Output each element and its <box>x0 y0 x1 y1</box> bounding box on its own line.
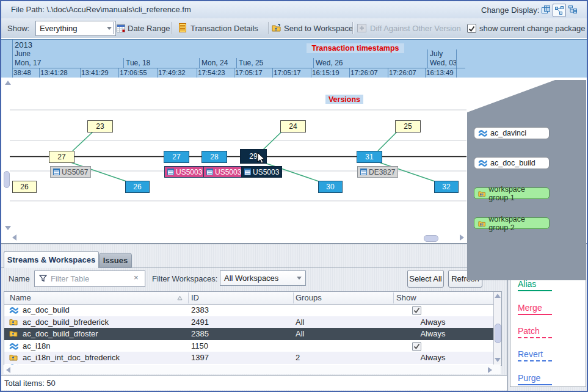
sidebar-stream-item[interactable]: ac_doc_build <box>474 157 550 169</box>
change-package-checkbox[interactable] <box>467 24 476 33</box>
transaction-details-button[interactable]: Transaction Details <box>191 24 258 33</box>
status-bar: Total items: 50 <box>1 375 507 390</box>
display-mode-stream-tree-button[interactable] <box>567 4 579 16</box>
stream-icon <box>9 307 18 314</box>
version-graph-icon <box>554 5 564 15</box>
table-row[interactable]: ac_i18n_int_doc_bfrederick 1397 2 Always <box>4 352 493 364</box>
vertical-scrollbar-thumb[interactable] <box>4 171 10 188</box>
column-header-name[interactable]: Name <box>10 293 31 302</box>
table-row-selected[interactable]: ac_doc_build_dfoster 2385 All Always <box>4 328 493 340</box>
sidebar-workspace-group-item[interactable]: workspace group 1 <box>474 187 550 199</box>
timeline-band: 2013 Transaction timestamps June July Mo… <box>1 39 587 79</box>
issue-icon <box>244 169 251 175</box>
scrollbar-thumb[interactable] <box>495 324 501 343</box>
send-to-workspace-button[interactable]: Send to Workspace <box>284 24 353 33</box>
cell-show: Always <box>396 318 470 327</box>
filter-table-input[interactable] <box>49 272 131 285</box>
version-node[interactable]: 23 <box>87 120 113 132</box>
filter-table-inputbox: × <box>34 270 145 287</box>
cell-name: ac_i18n_int_doc_bfrederick <box>23 353 120 362</box>
legend-patch-line <box>518 337 552 338</box>
column-header-show[interactable]: Show <box>396 293 416 302</box>
cell-name: ac_doc_build <box>23 305 70 314</box>
table-horizontal-scrollbar[interactable] <box>4 365 501 374</box>
version-node[interactable]: 24 <box>280 120 306 132</box>
cell-id: 2385 <box>191 329 209 338</box>
cell-id: 1150 <box>191 341 208 350</box>
timeline-day: Tue, 25 <box>239 59 263 67</box>
change-display-label: Change Display: <box>481 5 539 15</box>
show-filter-dropdown[interactable]: Everything <box>35 21 116 36</box>
table-vertical-scrollbar[interactable] <box>493 292 502 365</box>
horizontal-scrollbar-thumb[interactable] <box>424 235 438 242</box>
timeline-time: 17:05:17 <box>235 69 263 76</box>
version-node[interactable]: 31 <box>357 151 382 163</box>
timeline-rule <box>12 68 465 68</box>
timeline-time: 16:13:49 <box>426 69 454 76</box>
chevron-down-icon <box>297 277 302 280</box>
legend-merge-line <box>518 314 552 315</box>
scroll-right-arrow[interactable] <box>460 234 464 241</box>
show-checked-icon[interactable] <box>412 306 421 315</box>
timeline-day: Wed, 26 <box>316 59 343 67</box>
version-node[interactable]: 25 <box>395 120 421 132</box>
toolbar-separator <box>113 22 114 34</box>
column-header-groups[interactable]: Groups <box>296 293 322 302</box>
legend-purge-line <box>518 384 552 385</box>
stream-icon <box>478 159 487 167</box>
table-row[interactable]: ac_doc_build 2383 <box>4 304 493 316</box>
workspaces-filter-dropdown[interactable]: All Workspaces <box>220 270 306 286</box>
stream-icon <box>9 343 18 350</box>
issue-tag[interactable]: DE3827 <box>357 166 398 178</box>
stream-tree-icon <box>568 5 578 15</box>
display-mode-version-graph-button[interactable] <box>553 4 566 17</box>
scroll-right-arrow[interactable] <box>488 367 492 373</box>
clear-filter-icon[interactable]: × <box>134 273 139 282</box>
transaction-details-icon <box>179 23 186 32</box>
workspace-icon <box>9 354 18 361</box>
timeline-time: 38:48 <box>13 69 31 76</box>
scroll-down-arrow[interactable] <box>5 226 11 230</box>
issue-tag[interactable]: US5003 <box>241 166 282 178</box>
version-node[interactable]: 32 <box>434 181 459 193</box>
table-row[interactable]: ac_doc_build_bfrederick 2491 All Always <box>4 316 493 328</box>
stream-sidebar: ac_davinci ac_doc_build workspace group … <box>467 80 586 280</box>
scroll-left-arrow[interactable] <box>6 367 10 373</box>
scroll-up-arrow[interactable] <box>5 81 11 85</box>
workspaces-filter-value: All Workspaces <box>224 274 278 283</box>
timeline-time: 13:41:29 <box>81 69 109 76</box>
date-range-button[interactable]: Date Range <box>128 24 170 33</box>
issue-icon <box>53 169 60 175</box>
version-node[interactable]: 26 <box>12 181 37 193</box>
workspace-group-icon <box>478 190 485 197</box>
sidebar-workspace-group-item[interactable]: workspace group 2 <box>474 217 550 229</box>
mouse-cursor-icon <box>257 152 266 164</box>
version-node[interactable]: 27 <box>49 151 74 163</box>
scroll-down-arrow[interactable] <box>495 358 501 362</box>
issue-tag[interactable]: US5003 <box>203 166 244 178</box>
tab-issues[interactable]: Issues <box>99 253 132 268</box>
select-all-button[interactable]: Select All <box>407 270 444 288</box>
issue-tag[interactable]: US5067 <box>50 166 91 178</box>
cell-show: Always <box>396 353 470 362</box>
show-checked-icon[interactable] <box>412 342 421 351</box>
sidebar-stream-item[interactable]: ac_davinci <box>474 127 550 139</box>
timeline-time: 17:26:07 <box>350 69 378 76</box>
display-mode-table-button[interactable] <box>540 4 552 16</box>
issue-tag[interactable]: US5003 <box>164 166 205 178</box>
scroll-up-arrow[interactable] <box>495 294 501 298</box>
version-node[interactable]: 26 <box>125 181 150 193</box>
version-node[interactable]: 27 <box>164 151 189 163</box>
tab-streams-workspaces[interactable]: Streams & Workspaces <box>4 251 99 268</box>
scroll-left-arrow[interactable] <box>12 234 16 241</box>
version-node[interactable]: 30 <box>318 181 343 193</box>
table-header[interactable]: Name ID Groups Show <box>4 292 501 305</box>
funnel-icon <box>39 275 47 282</box>
versions-annotation: Versions <box>325 95 363 104</box>
legend-revert-line <box>518 360 552 361</box>
table-row[interactable]: ac_i18n 1150 <box>4 340 493 352</box>
column-header-id[interactable]: ID <box>191 293 199 302</box>
legend-purge: Purge <box>518 373 540 383</box>
version-node[interactable]: 28 <box>201 151 227 163</box>
name-filter-label: Name <box>9 274 30 283</box>
